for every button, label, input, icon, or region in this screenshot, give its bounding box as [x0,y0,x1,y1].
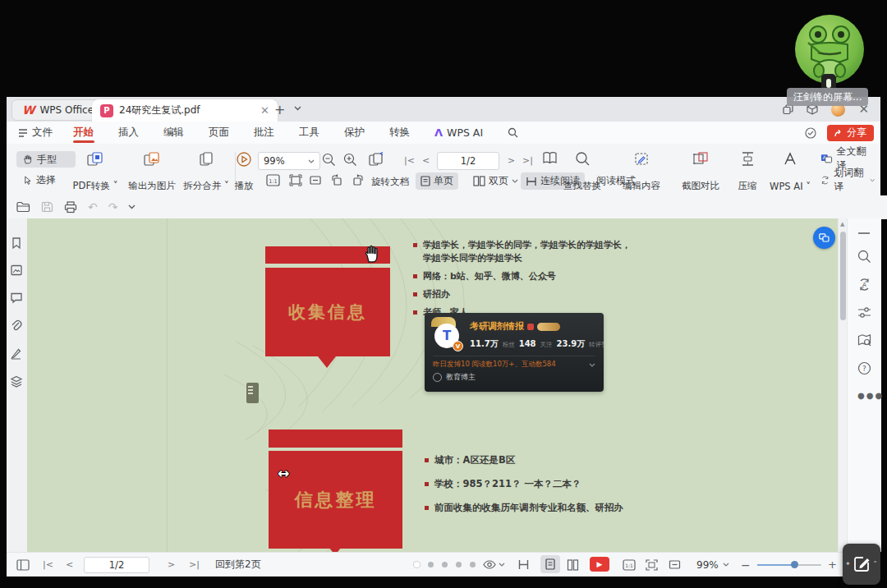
rail-help-icon[interactable]: ? [857,361,871,375]
screenshot-compare-button[interactable]: 截图对比 [673,149,728,195]
insert-pages-icon[interactable] [368,152,384,167]
wps-ai-toolbar-button[interactable]: WPS AI ˅ [767,149,813,195]
bookmarks-panel-icon[interactable] [10,237,23,250]
page-dot-indicators[interactable] [414,553,484,577]
status-single-page-icon[interactable] [540,555,560,573]
status-actual-size-icon[interactable]: 1:1 [623,553,636,577]
status-prev-page-icon[interactable]: < [66,553,73,577]
menu-tab-page[interactable]: 页面 [196,122,241,144]
find-replace-button[interactable]: 查找替换 [555,149,609,195]
status-first-page-icon[interactable]: |< [43,553,53,577]
rail-search-icon[interactable] [857,250,871,264]
last-page-icon[interactable]: >| [522,155,533,166]
zoom-slider-knob[interactable] [791,561,798,568]
annotate-pen-icon[interactable] [10,347,22,360]
organize-info-box-pointer [326,544,344,552]
page-number-field[interactable]: 1/2 [437,152,499,170]
select-tool-button[interactable]: 选择 [16,172,76,188]
scroll-up-icon[interactable]: ▲ [840,221,844,227]
status-next-page-icon[interactable]: > [168,553,175,577]
menu-tab-protect[interactable]: 保护 [332,122,377,144]
pdf-convert-button[interactable]: PDF转换 ˅ [69,149,122,195]
layers-panel-icon[interactable] [10,375,23,388]
collect-info-box[interactable]: 收集信息 [265,268,390,356]
status-play-button[interactable]: ▶ [590,557,609,572]
status-page-field[interactable]: 1/2 [84,557,149,573]
rail-more-icon[interactable]: ●●● [857,391,884,400]
rail-translate-icon[interactable]: A [857,278,871,292]
word-translate-button[interactable]: 划词翻译 [815,172,880,188]
open-file-icon[interactable] [16,201,30,213]
rotate-left-icon[interactable] [330,174,344,186]
organize-info-box-top-bar[interactable] [269,430,402,448]
new-tab-button[interactable]: + [274,102,285,117]
rail-settings-sliders-icon[interactable] [857,306,871,319]
screen-annotation-widget[interactable]: ✦ ⌃ [843,544,880,585]
screenshot-compare-icon [692,151,709,167]
svg-text:1:1: 1:1 [625,562,633,567]
next-page-icon[interactable]: > [508,155,515,166]
scrollbar-thumb[interactable] [840,232,846,320]
fit-width-icon[interactable] [309,174,322,186]
floating-translate-button[interactable] [813,227,835,249]
zoom-level-dropdown[interactable]: 99% [258,152,320,170]
hand-tool-button[interactable]: 手型 [16,151,76,168]
single-page-mode-button[interactable]: 单页 [416,172,458,190]
comments-panel-icon[interactable] [10,292,23,304]
actual-size-icon[interactable]: 1:1 [266,174,280,186]
toggle-sidebar-icon[interactable] [16,553,30,577]
wps-office-home-tab[interactable]: W WPS Office [11,99,104,121]
tab-list-chevron-icon[interactable] [294,106,301,111]
two-page-mode-button[interactable]: 双页 [468,172,523,190]
back-to-page-button[interactable]: 回到第2页 [215,553,261,577]
zoom-in-plus-button[interactable]: + [828,553,837,577]
cloud-sync-icon[interactable] [804,127,817,139]
menu-tab-convert[interactable]: 转换 [377,122,422,144]
rotate-right-icon[interactable] [351,174,365,186]
view-visibility-dropdown[interactable] [483,553,505,577]
menu-tab-home[interactable]: 开始 [61,122,106,144]
thumbnails-panel-icon[interactable] [10,264,23,277]
rail-map-search-icon[interactable] [857,333,871,347]
menu-tab-edit[interactable]: 编辑 [151,122,196,144]
redo-icon[interactable]: ↷ [108,200,118,214]
status-fit-width-icon[interactable] [669,553,681,577]
edit-content-button[interactable]: 编辑内容 [614,149,669,195]
first-page-icon[interactable]: |< [404,155,415,166]
zoom-in-icon[interactable] [343,153,357,167]
menu-file[interactable]: 文件 [7,126,61,140]
zoom-out-minus-button[interactable]: − [741,553,751,577]
menu-tab-tools[interactable]: 工具 [287,122,332,144]
organize-info-bullet-list: 城市：A区还是B区 学校：985？211？ 一本？二本？ 前面收集的收集历年调剂… [425,454,630,526]
status-two-page-icon[interactable] [567,553,579,577]
compress-button[interactable]: 压缩 [729,149,765,195]
menu-tab-comment[interactable]: 批注 [241,122,287,144]
bullet-icon [413,310,417,315]
export-as-image-button[interactable]: 输出为图片 [123,149,181,195]
menu-search-icon[interactable] [495,122,531,144]
save-icon[interactable] [41,201,53,213]
rotate-document-button[interactable]: 旋转文档 [371,176,409,188]
close-tab-icon[interactable]: ✕ [260,105,269,116]
status-last-page-icon[interactable]: >| [189,553,200,577]
attachments-panel-icon[interactable] [10,319,22,333]
menu-tab-insert[interactable]: 插入 [106,122,151,144]
zoom-slider-track[interactable] [757,564,821,566]
status-zoom-chevron-icon[interactable] [723,553,729,577]
prev-page-icon[interactable]: < [422,155,430,166]
menu-tab-wps-ai[interactable]: Λ WPS AI [422,122,495,144]
print-icon[interactable] [64,201,77,214]
fit-page-icon[interactable] [289,174,302,186]
undo-icon[interactable]: ↶ [88,200,98,214]
document-tab[interactable]: P 24研究生复试.pdf ✕ [92,99,278,122]
ribbon-toolbar: 手型 选择 PDF转换 ˅ 输出为图片 拆分合并 ˅ 播放 99% [7,144,880,196]
status-fit-screen-icon[interactable] [646,553,658,577]
status-zoom-value[interactable]: 99% [696,553,719,577]
zoom-out-icon[interactable] [322,153,336,167]
share-button[interactable]: 分享 [827,125,874,141]
quickbar-chevron-icon[interactable] [128,204,136,209]
full-translate-button[interactable]: A 全文翻译 [815,150,880,167]
status-continuous-icon[interactable] [517,553,530,577]
collapse-rail-icon[interactable] [857,232,871,235]
pdf-page-canvas[interactable]: 收集信息 学姐学长，学姐学长的同学，学姐学长的学姐学长，学姐学长同学的学姐学长 … [27,218,838,552]
